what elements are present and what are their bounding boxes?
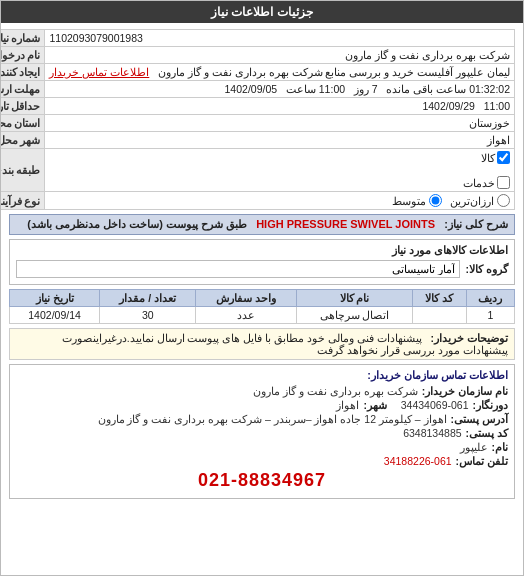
header-bar: جزئیات اطلاعات نیاز [1, 1, 523, 23]
contact-telefax-row: دورنگار: 34434069-061 شهر: اهواز [16, 399, 508, 411]
noe-radio-group: ارزان‌ترین متوسط [49, 194, 510, 207]
ejad-value-cell: لیمان علیپور آفلیست خرید و بررسی منابع ش… [45, 64, 515, 81]
morsal-saat-value: 11:00 [319, 83, 345, 95]
group-input[interactable] [16, 260, 460, 278]
col-tedad: تعداد / مقدار [100, 290, 196, 307]
header-title: جزئیات اطلاعات نیاز [211, 5, 313, 19]
contact-nam-label: نام: [492, 441, 509, 453]
contact-shahr-value: اهواز [336, 399, 359, 411]
section-title-main: HIGH PRESSURE SWIVEL JOINTS [256, 218, 435, 230]
tabaghe-kala-label: کالا [481, 152, 495, 164]
contact-title: اطلاعات تماس سازمان خریدار: [16, 369, 508, 382]
info-block: اطلاعات کالاهای مورد نیاز گروه کالا: [9, 239, 515, 285]
contact-telefon-label: تلفن تماس: [456, 455, 508, 467]
morsal-date: 1402/09/05 [225, 83, 278, 95]
group-label: گروه کالا: [466, 263, 508, 275]
contact-telefon-value: 34188226-061 [384, 455, 452, 467]
etebare-date: 1402/09/29 [422, 100, 475, 112]
tabaghe-khedmat-checkbox[interactable] [497, 176, 510, 189]
notes-row: توضیحات خریدار: پیشنهادات فنی ومالی خود … [9, 328, 515, 360]
cell-code [412, 307, 466, 324]
noe-arzan-radio[interactable] [497, 194, 510, 207]
section-title: شرح کلی نیاز: HIGH PRESSURE SWIVEL JOINT… [9, 214, 515, 235]
tabaghe-value-cell: کالا خدمات [45, 149, 515, 192]
section-title-prefix: شرح کلی نیاز: [444, 218, 508, 230]
cell-radif: 1 [466, 307, 514, 324]
product-table: ردیف کد کالا نام کالا واحد سفارش تعداد /… [9, 289, 515, 324]
shomara-value: 1102093079001983 [45, 30, 515, 47]
noe-arzan-label: ارزان‌ترین [450, 195, 494, 207]
contact-telefax-value: 34434069-061 [401, 399, 469, 411]
contact-telefax-label: دورنگار: [473, 399, 509, 411]
noe-motassel-item: متوسط [392, 194, 442, 207]
tabaghe-khedmat-item: خدمات [49, 176, 510, 189]
morsal-label: مهلت ارسال پاسخ تا: [0, 81, 45, 98]
ostan-value: خوزستان [45, 115, 515, 132]
notes-label: توضیحات خریدار: [431, 332, 508, 344]
etebare-value-cell: 11:00 1402/09/29 [45, 98, 515, 115]
cell-tarikh: 1402/09/14 [10, 307, 100, 324]
noe-motassel-radio[interactable] [429, 194, 442, 207]
contact-shahr-label: شهر: [363, 399, 387, 411]
tabaghe-khedmat-label: خدمات [463, 177, 495, 189]
contact-nam-value: علیپور [460, 441, 488, 453]
noe-value-cell: ارزان‌ترین متوسط [45, 192, 515, 210]
tabaghe-kala-checkbox[interactable] [497, 151, 510, 164]
nam-darkhast-label: نام درخواست کننده: [0, 47, 45, 64]
col-radif: ردیف [466, 290, 514, 307]
main-content: 1102093079001983 شماره نیاز: شرکت بهره ب… [1, 23, 523, 505]
info-block-title: اطلاعات کالاهای مورد نیاز [16, 244, 508, 257]
shomara-label: شماره نیاز: [0, 30, 45, 47]
tabaghe-kala-item: کالا [49, 151, 510, 164]
tabaghe-label: طبقه بندی موضوعی: [0, 149, 45, 192]
table-row: 1اتصال سرچاهیعدد301402/09/14 [10, 307, 515, 324]
nam-darkhast-value: شرکت بهره برداری نفت و گاز مارون [45, 47, 515, 64]
big-phone: 021-88834967 [16, 470, 508, 491]
col-tarikh: تاریخ نیاز [10, 290, 100, 307]
cell-vahed: عدد [196, 307, 297, 324]
morsal-value-cell: 01:32:02 ساعت باقی مانده 7 روز 11:00 ساع… [45, 81, 515, 98]
col-name: نام کالا [297, 290, 412, 307]
contact-code-posti-row: کد پستی: 6348134885 [16, 427, 508, 439]
col-vahed: واحد سفارش [196, 290, 297, 307]
noe-label: نوع فرآیند خرید: [0, 192, 45, 210]
ejad-value: لیمان علیپور آفلیست خرید و بررسی منابع ش… [158, 66, 510, 78]
contact-adres-row: آدرس پستی: اهواز – کیلومتر 12 جاده اهواز… [16, 413, 508, 425]
etebare-saat: 11:00 [484, 100, 510, 112]
contact-nam-sazman-value: شرکت بهره برداری نفت و گاز مارون [253, 385, 418, 397]
section-title-suffix: طبق شرح پیوست (ساخت داخل مدنظرمی باشد) [27, 218, 247, 230]
noe-arzan-item: ارزان‌ترین [450, 194, 510, 207]
info-table: 1102093079001983 شماره نیاز: شرکت بهره ب… [0, 29, 515, 210]
morsal-remaining-label: ساعت باقی مانده [386, 83, 466, 95]
ejad-label: ایجاد کننده درخواست: [0, 64, 45, 81]
page-wrapper: جزئیات اطلاعات نیاز 1102093079001983 شما… [0, 0, 524, 576]
contact-code-posti-value: 6348134885 [403, 427, 461, 439]
etebare-label: حداقل تاریخ اعتبار قیمت تا تاریخ: [0, 98, 45, 115]
morsal-rooz-label: روز [354, 83, 369, 95]
shahr-label: شهر محل تحویل: [0, 132, 45, 149]
contact-nam-sazman-row: نام سازمان خریدار: شرکت بهره برداری نفت … [16, 385, 508, 397]
contact-nam-row: نام: علیپور [16, 441, 508, 453]
ostan-label: استان محل تحویل: [0, 115, 45, 132]
contact-nam-sazman-label: نام سازمان خریدار: [422, 385, 508, 397]
contact-telefon-row: تلفن تماس: 34188226-061 [16, 455, 508, 467]
contact-section: اطلاعات تماس سازمان خریدار: نام سازمان خ… [9, 364, 515, 499]
contact-adres-value: اهواز – کیلومتر 12 جاده اهواز –سربندر – … [98, 413, 447, 425]
cell-name: اتصال سرچاهی [297, 307, 412, 324]
contact-code-posti-label: کد پستی: [466, 427, 508, 439]
ejad-link[interactable]: اطلاعات تماس خریدار [49, 66, 149, 78]
col-code: کد کالا [412, 290, 466, 307]
morsal-rooz-value: 7 [372, 83, 378, 95]
noe-motassel-label: متوسط [392, 195, 426, 207]
cell-tedad: 30 [100, 307, 196, 324]
group-row: گروه کالا: [16, 260, 508, 278]
shahr-value: اهواز [45, 132, 515, 149]
morsal-saat-label: ساعت [286, 83, 316, 95]
morsal-remaining: 01:32:02 [469, 83, 510, 95]
contact-adres-label: آدرس پستی: [451, 413, 508, 425]
